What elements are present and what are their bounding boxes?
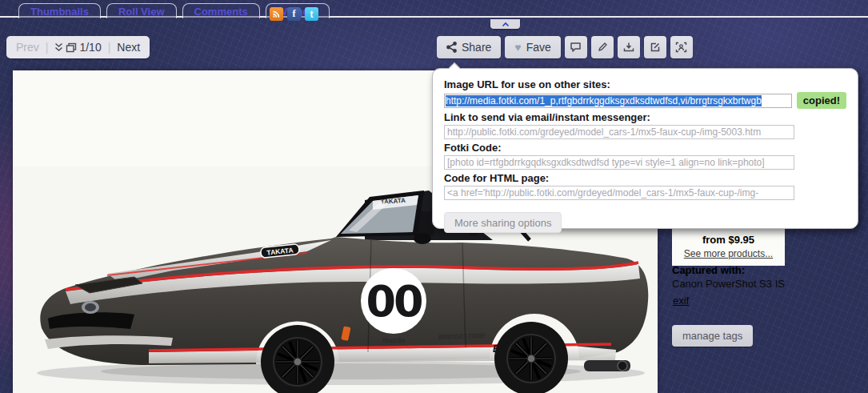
email-link-label: Link to send via email/instant messenger… [444,111,846,123]
share-button-label: Share [462,41,491,54]
facebook-icon[interactable]: f [287,7,301,21]
email-link-input[interactable] [444,125,794,139]
photo-toolbar: Share ♥ Fave [437,36,693,58]
next-button[interactable]: Next [117,41,140,54]
copied-badge: copied! [797,92,846,109]
camera-model: Canon PowerShot S3 IS [672,278,785,290]
exif-link[interactable]: exif [673,295,689,307]
race-number: 00 [366,276,422,327]
page-counter-label: 1/10 [79,41,101,54]
fave-button-label: Fave [526,41,551,54]
prev-button[interactable]: Prev [16,41,39,54]
image-url-selected-text: http://media.fotki.com/1_p,rtfgbdrrkggdk… [446,95,762,106]
tab-comments[interactable]: Comments [182,3,260,18]
manage-tags-button[interactable]: manage tags [672,325,753,347]
fave-button[interactable]: ♥ Fave [505,36,560,58]
heart-icon: ♥ [514,41,521,54]
pencil-icon [597,42,608,53]
chevron-up-icon [502,22,510,27]
more-sharing-options-button[interactable]: More sharing options [444,212,562,233]
speech-bubble-icon [570,42,582,53]
photo-pager: Prev | 1/10 | Next [6,36,150,58]
page-counter[interactable]: 1/10 [54,41,101,54]
popup-arrow [449,62,460,74]
top-tab-bar: Thumbnails Roll View Comments Widgets f … [0,0,868,18]
html-code-input[interactable] [444,186,794,200]
image-url-label: Image URL for use on other sites: [444,78,846,90]
share-icon [446,42,457,53]
collapse-header-button[interactable] [490,19,520,29]
see-more-products-link[interactable]: See more products... [684,248,773,259]
captured-with-block: Captured with: Canon PowerShot S3 IS [672,264,785,290]
divider: | [46,41,49,54]
fotki-code-input[interactable] [444,155,794,170]
fotki-code-label: Fotki Code: [444,142,846,154]
comment-button[interactable] [565,36,587,58]
edit-box-icon [650,42,661,53]
edit-info-button[interactable] [644,36,666,58]
rss-icon[interactable] [270,7,283,21]
mazda-decal: mazda [382,336,406,344]
face-recognition-icon [675,42,687,53]
tab-thumbnails[interactable]: Thumbnails [18,3,101,18]
share-button[interactable]: Share [437,36,501,58]
face-tag-button[interactable] [670,36,693,58]
divider: | [108,41,111,54]
download-icon [623,42,634,53]
double-chevron-down-icon [54,42,63,52]
html-code-label: Code for HTML page: [444,172,846,184]
download-button[interactable] [618,36,640,58]
social-icons: f t [270,7,318,21]
pages-icon [66,42,77,53]
share-popup: Image URL for use on other sites: http:/… [432,68,858,229]
tab-roll-view[interactable]: Roll View [106,3,177,18]
twitter-icon[interactable]: t [305,7,318,21]
image-url-input[interactable]: http://media.fotki.com/1_p,rtfgbdrrkggdk… [444,94,792,108]
captured-with-label: Captured with: [672,264,785,276]
edit-button[interactable] [591,36,614,58]
product-price: from $9.95 [672,234,785,246]
